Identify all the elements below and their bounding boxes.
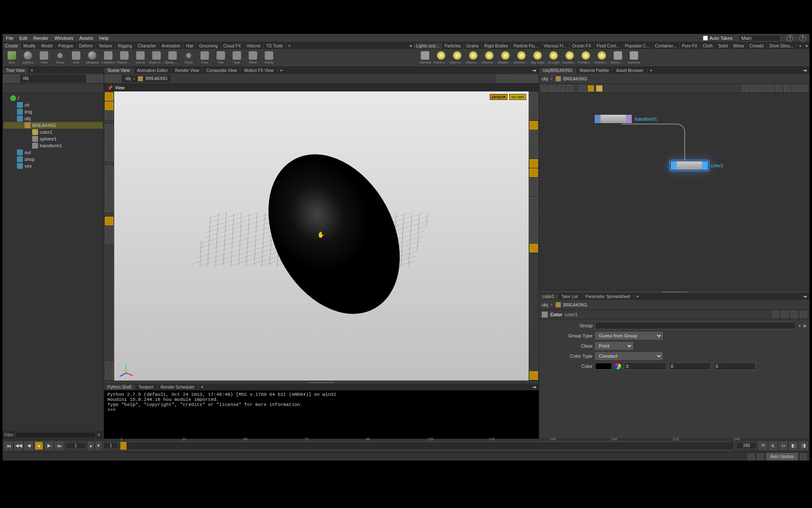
- tool-pointlight[interactable]: Point Light: [433, 50, 449, 66]
- tool-null[interactable]: Null: [229, 50, 244, 66]
- tab-composite-view[interactable]: Composite View: [203, 68, 241, 73]
- snap-point-icon[interactable]: [105, 194, 113, 202]
- show-names-icon[interactable]: [529, 225, 538, 234]
- net-add-icon[interactable]: [579, 85, 586, 92]
- net-layout-icon[interactable]: [759, 85, 765, 92]
- tool-curve[interactable]: Curve: [133, 50, 148, 66]
- ghost-icon[interactable]: [529, 111, 538, 119]
- tree-item[interactable]: -BREAKING: [3, 122, 103, 129]
- show-grid-icon[interactable]: [529, 130, 538, 139]
- network-canvas[interactable]: transform1 color1: [539, 93, 809, 290]
- net-layout-icon[interactable]: [767, 85, 774, 92]
- info-icon[interactable]: ?: [799, 35, 806, 41]
- tool-sticky[interactable]: Sticky: [261, 50, 277, 66]
- shelf-add-icon[interactable]: +: [796, 43, 804, 49]
- cplane-tool-icon[interactable]: [105, 235, 113, 244]
- vp-tool-icon[interactable]: [530, 75, 538, 83]
- tab-python-shell[interactable]: Python Shell: [104, 384, 135, 390]
- net-layout-icon[interactable]: [784, 85, 791, 92]
- shelf-tab[interactable]: Volume: [244, 43, 263, 49]
- panel-menu-icon[interactable]: ▪▾: [530, 384, 539, 390]
- tool-arealight[interactable]: Area Light: [466, 50, 481, 66]
- panel-menu-icon[interactable]: ▪▾: [801, 294, 809, 299]
- viewport-breadcrumb[interactable]: obj ▸ BREAKING: [122, 75, 171, 82]
- shelf-tab[interactable]: Animation: [159, 43, 183, 49]
- tool-torus[interactable]: Torus: [52, 50, 68, 66]
- tool-platonic[interactable]: Platonic Sol...: [117, 50, 132, 66]
- tool-file[interactable]: File: [213, 50, 228, 66]
- last-frame-icon[interactable]: ⏭: [55, 442, 63, 450]
- tool-skylight[interactable]: Sky Light: [530, 50, 545, 66]
- shelf-dropdown-icon[interactable]: ▾: [408, 43, 414, 49]
- node-name-label[interactable]: color1: [565, 312, 578, 317]
- net-graph-icon[interactable]: [558, 85, 565, 92]
- start-frame-input[interactable]: [103, 442, 118, 449]
- class-select[interactable]: Point: [595, 342, 633, 350]
- snap-grid-icon[interactable]: [105, 175, 113, 184]
- shelf-tab[interactable]: Grains: [464, 43, 482, 49]
- net-folder-icon[interactable]: [596, 85, 603, 92]
- add-tab-icon[interactable]: +: [28, 68, 36, 73]
- crumb-root[interactable]: obj: [125, 76, 131, 81]
- shelf-tab[interactable]: Rigid Bodies: [482, 43, 511, 49]
- shelf-tab[interactable]: Container...: [653, 43, 680, 49]
- key-opt-icon[interactable]: ◨: [799, 442, 808, 450]
- shelf-tab[interactable]: Crowds: [747, 43, 767, 49]
- color-g-input[interactable]: [669, 362, 711, 370]
- node-color1[interactable]: color1: [670, 161, 724, 170]
- show-normals-icon[interactable]: [529, 207, 538, 215]
- construction-plane-icon[interactable]: [105, 217, 113, 225]
- shelf-tab[interactable]: Rigging: [115, 43, 135, 49]
- crumb-root[interactable]: obj: [542, 76, 548, 81]
- tool-font[interactable]: Font: [197, 50, 212, 66]
- shelf-tab[interactable]: Particle Flu...: [511, 43, 541, 49]
- vp-tool-icon[interactable]: [522, 75, 529, 83]
- tab-material-palette[interactable]: Material Palette: [576, 68, 613, 73]
- group-input[interactable]: [595, 322, 796, 329]
- tree-item[interactable]: vex: [3, 163, 103, 169]
- tree-item[interactable]: img: [3, 108, 103, 115]
- tool-portallight[interactable]: Portal Light: [578, 50, 593, 66]
- tab-render-scheduler[interactable]: Render Scheduler: [157, 384, 199, 390]
- color-type-select[interactable]: Constant: [595, 352, 663, 360]
- tab-motionfx-view[interactable]: Motion FX View: [241, 68, 277, 73]
- wire-icon[interactable]: [529, 178, 538, 186]
- tree-item[interactable]: transform1: [3, 142, 103, 149]
- stop-icon[interactable]: ■: [35, 442, 43, 450]
- desktop-selector[interactable]: [738, 35, 781, 41]
- handle-tool-icon[interactable]: [105, 102, 113, 110]
- net-grid-icon[interactable]: [549, 85, 556, 92]
- auto-update-button[interactable]: Auto Update: [766, 453, 798, 460]
- tool-ambientlight[interactable]: Ambient Lig...: [594, 50, 609, 66]
- shelf-tab[interactable]: Grooming: [197, 43, 221, 49]
- flipbook-icon[interactable]: [529, 371, 538, 380]
- tool-camera[interactable]: Camera: [417, 50, 433, 66]
- shelf-tab[interactable]: Drive Simu...: [767, 43, 796, 49]
- help-icon[interactable]: [791, 311, 798, 318]
- current-frame-input[interactable]: [65, 442, 86, 449]
- tab-param-spreadsheet[interactable]: Parameter Spreadsheet: [582, 294, 634, 299]
- tool-rivet[interactable]: Rivet: [245, 50, 261, 66]
- net-layout-icon[interactable]: [750, 85, 757, 92]
- snap-multi-icon[interactable]: [105, 203, 113, 212]
- snap-icon[interactable]: [105, 166, 113, 174]
- status-opt-icon[interactable]: [800, 453, 807, 460]
- menu-edit[interactable]: Edit: [19, 36, 27, 41]
- tab-node-params[interactable]: color1: [539, 294, 558, 299]
- tree-item[interactable]: color1: [3, 129, 103, 135]
- scope-icon[interactable]: ▭: [779, 442, 787, 450]
- shelf-tab[interactable]: Create: [3, 43, 21, 49]
- group-type-select[interactable]: Guess from Group: [595, 332, 663, 340]
- abc-icon[interactable]: [529, 235, 538, 243]
- net-layout-icon[interactable]: [776, 85, 782, 92]
- tree-item[interactable]: sphere1: [3, 135, 103, 142]
- network-breadcrumb[interactable]: obj ▸ BREAKING: [542, 76, 806, 81]
- comment-icon[interactable]: [800, 311, 807, 318]
- gear-icon[interactable]: [772, 311, 779, 318]
- nav-fwd-icon[interactable]: [113, 75, 121, 83]
- tool-grid[interactable]: Grid: [69, 50, 84, 66]
- tool-box[interactable]: Box: [4, 50, 19, 66]
- shelf-tab[interactable]: Ocean FX: [570, 43, 594, 49]
- end-frame-input[interactable]: [736, 442, 757, 449]
- tab-render-view[interactable]: Render View: [172, 68, 203, 73]
